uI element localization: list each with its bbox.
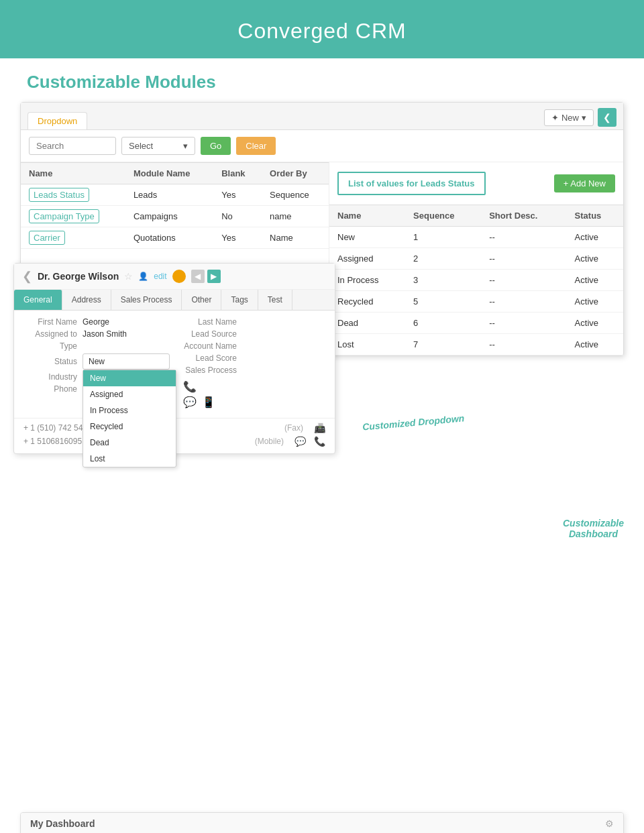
status-row: Status New Assigned In Process Recycled … [23,353,170,370]
new-button[interactable]: ✦ New ▾ [544,109,594,126]
star-icon[interactable]: ☆ [124,271,133,282]
mobile-label: (Mobile) [255,437,284,446]
list-item[interactable]: Lost7--Active [329,334,623,355]
firstname-row: First Name George [23,317,170,327]
annotation-customized: Customized Dropdown [362,412,465,432]
option-lost[interactable]: Lost [83,451,176,467]
dropdown-icon: ▾ [582,113,586,123]
type-row: Type [23,341,170,351]
mobile-icon: 💬 [294,436,306,447]
fax-label: (Fax) [284,423,303,433]
lastname-row: Last Name [183,317,325,327]
status-select[interactable]: New Assigned In Process Recycled Dead Lo… [83,353,170,370]
form-tab-tags[interactable]: Tags [221,290,258,310]
list-item[interactable]: Assigned2--Active [329,248,623,270]
lead-name: Dr. George Wilson [38,271,119,282]
col-module: Module Name [125,163,213,184]
fax-icon: 📠 [314,423,325,433]
val-col-status: Status [567,205,623,227]
dashboard-title: My Dashboard [30,818,95,829]
phone-fax-icon: 📞 [183,380,197,393]
right-panel: List of values for Leads Status + Add Ne… [329,162,623,355]
option-new[interactable]: New [83,370,176,386]
form-tab-test[interactable]: Test [258,290,292,310]
tab-actions: ✦ New ▾ ❮ [544,108,616,127]
table-cell: Name [262,227,329,249]
salesprocess-row: Sales Process [183,366,325,375]
form-back-arrow[interactable]: ❮ [22,269,32,284]
annotation-dashboard: CustomizableDashboard [563,518,624,539]
status-dropdown-list: New Assigned In Process Recycled Dead Lo… [83,370,176,467]
main-content: Dropdown ✦ New ▾ ❮ Select ▾ Go Clear [0,102,644,833]
settings-gear-icon[interactable]: ⚙ [605,818,614,829]
list-item[interactable]: In Process3--Active [329,270,623,291]
list-item[interactable]: Recycled5--Active [329,291,623,313]
add-new-button[interactable]: + Add New [554,174,615,192]
mobile-icon2: 📞 [314,436,325,447]
back-button[interactable]: ❮ [598,108,616,127]
table-cell: Campaigns [125,206,213,227]
form-tab-general[interactable]: General [14,290,62,310]
table-row[interactable]: Carrier [29,231,65,245]
option-dead[interactable]: Dead [83,435,176,451]
table-cell: No [213,206,262,227]
form-tabs: GeneralAddressSales ProcessOtherTagsTest [14,290,335,311]
next-arrow[interactable]: ▶ [207,270,221,283]
toolbar: Select ▾ Go Clear [21,130,623,162]
list-item[interactable]: New1--Active [329,227,623,248]
nav-arrows: ◀ ▶ [191,270,221,283]
search-input[interactable] [29,137,116,155]
bee-icon [172,270,186,283]
lead-form-header: ❮ Dr. George Wilson ☆ 👤 edit ◀ ▶ [14,264,335,290]
form-right: Last Name Lead Source Account Name Lead … [183,317,325,411]
right-panel-top: List of values for Leads Status + Add Ne… [329,162,623,205]
val-col-short: Short Desc. [481,205,566,227]
form-left: First Name George Assigned to Jason Smit… [23,317,170,411]
section-title: Customizable Modules [0,58,644,102]
phone-mobile-icon: 💬 [183,396,197,408]
list-of-values-header: List of values for Leads Status [337,172,486,195]
val-col-seq: Sequence [405,205,481,227]
table-row[interactable]: Campaign Type [29,209,99,223]
col-blank: Blank [213,163,262,184]
table-row[interactable]: Leads Status [29,188,89,202]
dropdown-tab[interactable]: Dropdown [28,112,87,129]
leadscore-row: Lead Score [183,353,325,363]
dropdown-table: Name Module Name Blank Order By Leads St… [21,162,329,249]
header-title: Converged CRM [237,19,406,43]
prev-arrow[interactable]: ◀ [191,270,205,283]
chevron-down-icon: ▾ [183,141,188,151]
phone-mobile-icon2: 📱 [202,396,215,408]
form-body: First Name George Assigned to Jason Smit… [14,311,335,418]
option-assigned[interactable]: Assigned [83,386,176,402]
col-name: Name [21,163,125,184]
clear-button[interactable]: Clear [236,137,276,155]
form-tab-other[interactable]: Other [182,290,221,310]
plus-icon: ✦ [551,113,559,123]
list-item[interactable]: Dead6--Active [329,313,623,334]
val-col-name: Name [329,205,405,227]
lead-form-card: ❮ Dr. George Wilson ☆ 👤 edit ◀ ▶ General… [13,263,335,454]
assigned-row: Assigned to Jason Smith [23,329,170,339]
form-tab-address[interactable]: Address [62,290,111,310]
option-inprocess[interactable]: In Process [83,402,176,419]
leadsource-row: Lead Source [183,329,325,339]
status-dropdown[interactable]: New Assigned In Process Recycled Dead Lo… [83,353,170,370]
edit-link[interactable]: edit [154,272,166,281]
form-tab-sales-process[interactable]: Sales Process [111,290,182,310]
go-button[interactable]: Go [201,137,231,155]
table-cell: Sequence [262,184,329,206]
select-box[interactable]: Select ▾ [121,137,195,155]
option-recycled[interactable]: Recycled [83,419,176,435]
table-cell: Yes [213,184,262,206]
account-row: Account Name [183,341,325,351]
col-order: Order By [262,163,329,184]
table-cell: name [262,206,329,227]
dashboard-header: My Dashboard ⚙ [21,813,623,833]
table-cell: Quotations [125,227,213,249]
phone-mobile-row: 💬 📱 [183,396,325,408]
dashboard-card: My Dashboard ⚙ Deal value Sales Stage ⚙ … [20,812,624,833]
dashboard-area: My Dashboard ⚙ Deal value Sales Stage ⚙ … [20,812,624,833]
page-header: Converged CRM [0,0,644,58]
values-table: Name Sequence Short Desc. Status New1--A… [329,205,623,355]
